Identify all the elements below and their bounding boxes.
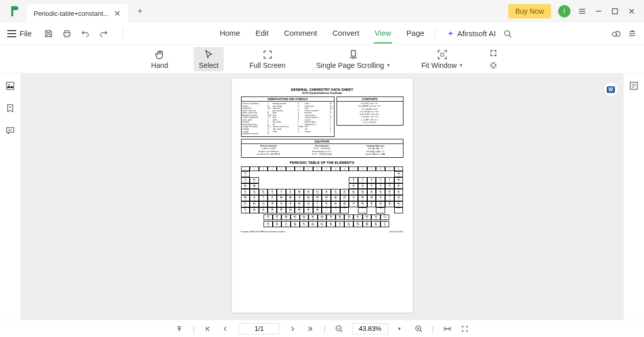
lanthanides-row: 58Ce140.159Pr140.960Nd144.261Pm(145)62Sm…	[255, 214, 390, 221]
save-icon[interactable]	[44, 29, 53, 38]
fit-page-icon[interactable]	[461, 325, 469, 333]
hand-icon	[154, 49, 165, 60]
titlebar: Periodic-table+constant... ✕ + Buy Now I…	[0, 0, 644, 22]
next-page-icon[interactable]	[289, 325, 297, 333]
minimize-icon[interactable]	[594, 7, 603, 16]
hand-tool[interactable]: Hand	[146, 47, 173, 71]
abbr-heading: ABBREVIATIONS AND SYMBOLS	[241, 97, 335, 101]
view-tools-stack	[489, 49, 498, 70]
svg-rect-3	[441, 53, 444, 56]
eq-col-3: Integrated Rate Lawszero: [A] = [A]₀ − k…	[349, 145, 402, 156]
actinides-row: 90Th232.091Pa231.092U238.093Np(237)94Pu(…	[255, 221, 390, 227]
property-text: Property of ACS DivCHED Examinations Ins…	[241, 230, 285, 233]
pdf-page: GENERAL CHEMISTRY DATA SHEET ACS Examina…	[232, 79, 413, 312]
sparkle-icon: ✦	[447, 29, 454, 38]
tab-edit[interactable]: Edit	[254, 23, 270, 43]
page-viewport[interactable]: GENERAL CHEMISTRY DATA SHEET ACS Examina…	[20, 74, 624, 320]
cursor-icon	[203, 49, 214, 60]
content-area: GENERAL CHEMISTRY DATA SHEET ACS Examina…	[0, 74, 644, 320]
bookmark-icon[interactable]	[5, 103, 15, 113]
periodic-table-groups: 11A22A33B44B55B66B77B88B98B108B111B122B1…	[241, 166, 403, 171]
eq-col-1: Arrhenius Equationk = Ae^(−E_a/RT)Graham…	[243, 145, 295, 156]
divider	[435, 29, 435, 39]
window-close-icon[interactable]: ✕	[627, 7, 636, 16]
svg-point-5	[9, 84, 10, 86]
fullscreen-tool[interactable]: Full Screen	[244, 47, 291, 71]
outline-icon[interactable]	[629, 81, 639, 91]
buy-now-button[interactable]: Buy Now	[508, 4, 551, 18]
hand-label: Hand	[151, 61, 168, 69]
periodic-table: 1H1.0082He4.0033Li6.9414Be9.0125B10.816C…	[241, 171, 403, 213]
chevron-down-icon: ▼	[386, 63, 391, 68]
close-icon[interactable]: ✕	[113, 9, 121, 17]
document-tab[interactable]: Periodic-table+constant... ✕	[27, 4, 128, 22]
tab-comment[interactable]: Comment	[283, 23, 318, 43]
doc-footer: Property of ACS DivCHED Examinations Ins…	[241, 230, 403, 233]
tab-view[interactable]: View	[374, 23, 392, 43]
const-heading: CONSTANTS	[337, 97, 403, 101]
chevron-down-icon: ▼	[459, 63, 463, 68]
menu-icon[interactable]	[578, 7, 587, 16]
undo-icon[interactable]	[81, 29, 90, 38]
ribbon: Hand Select Full Screen Single Page Scro…	[0, 45, 644, 74]
cloud-icon[interactable]	[611, 29, 621, 38]
ai-button[interactable]: ✦ Afirstsoft AI	[447, 29, 496, 38]
svg-rect-0	[612, 9, 617, 14]
tab-page[interactable]: Page	[406, 23, 425, 43]
tab-convert[interactable]: Convert	[331, 23, 361, 43]
prev-page-icon[interactable]	[221, 325, 229, 333]
first-page-icon[interactable]	[204, 325, 212, 333]
fullscreen-icon	[262, 49, 273, 60]
last-page-icon[interactable]	[306, 325, 314, 333]
fit-width-icon[interactable]	[443, 325, 451, 333]
svg-rect-2	[351, 51, 355, 56]
tab-home[interactable]: Home	[219, 23, 241, 43]
abbr-table: amount of substancenFaraday constantFmol…	[241, 101, 335, 137]
ai-label-text: Afirstsoft AI	[457, 29, 496, 38]
fit-window-icon	[437, 49, 448, 60]
crop-icon[interactable]	[489, 49, 498, 58]
single-page-tool[interactable]: Single Page Scrolling ▼	[311, 47, 396, 71]
hamburger-icon	[7, 30, 16, 37]
eq-heading: EQUATIONS	[242, 139, 403, 144]
page-input[interactable]	[238, 323, 279, 334]
select-tool[interactable]: Select	[194, 47, 224, 71]
fullscreen-label: Full Screen	[249, 61, 285, 69]
single-page-label: Single Page Scrolling ▼	[316, 61, 391, 69]
right-rail	[624, 74, 644, 320]
bottombar: | | ▼ |	[0, 320, 644, 337]
zoom-in-icon[interactable]	[415, 325, 423, 333]
file-menu[interactable]: File	[7, 29, 32, 38]
panel-icon[interactable]	[628, 29, 637, 38]
divider	[123, 29, 123, 39]
thumbnails-icon[interactable]	[5, 81, 15, 91]
tab-title: Periodic-table+constant...	[34, 10, 109, 17]
select-label: Select	[199, 61, 219, 69]
export-word-button[interactable]: W	[603, 82, 618, 97]
expand-icon[interactable]	[489, 61, 498, 70]
svg-point-1	[505, 31, 510, 36]
file-label: File	[19, 29, 32, 38]
app-logo	[8, 4, 22, 18]
zoom-dropdown-icon[interactable]: ▼	[397, 326, 406, 331]
svg-rect-4	[7, 82, 14, 89]
add-tab-button[interactable]: +	[132, 4, 148, 19]
fit-window-tool[interactable]: Fit Window ▼	[416, 47, 468, 71]
zoom-out-icon[interactable]	[335, 325, 343, 333]
main-tabs: HomeEditCommentConvertViewPage	[219, 23, 425, 43]
comment-icon[interactable]	[5, 126, 15, 136]
const-table: R = 8.315 J·mol⁻¹·K⁻¹R = 0.08206 L·atm·m…	[337, 101, 403, 126]
redo-icon[interactable]	[99, 29, 108, 38]
avatar[interactable]: I	[558, 5, 570, 17]
revised-text: Revised 1/1/01	[390, 230, 403, 233]
equations-section: EQUATIONS Arrhenius Equationk = Ae^(−E_a…	[241, 139, 403, 158]
doc-subtitle: ACS Examinations Institute	[241, 91, 403, 94]
maximize-icon[interactable]	[610, 7, 619, 16]
zoom-input[interactable]	[352, 323, 388, 334]
print-icon[interactable]	[62, 29, 71, 38]
scroll-top-icon[interactable]	[175, 325, 183, 333]
left-rail	[0, 74, 20, 320]
doc-title: GENERAL CHEMISTRY DATA SHEET	[241, 88, 403, 91]
pt-title: PERIODIC TABLE OF THE ELEMENTS	[241, 161, 403, 164]
search-icon[interactable]	[503, 29, 512, 38]
